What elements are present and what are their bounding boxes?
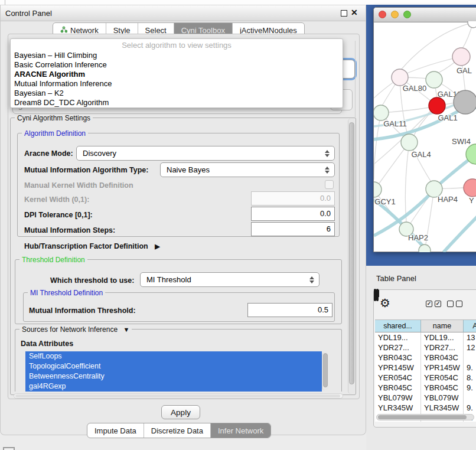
float-window-icon[interactable] (341, 10, 347, 17)
node-partial-bottom[interactable] (419, 244, 431, 252)
table-cell[interactable]: 13 (464, 332, 476, 343)
node-gal1[interactable] (429, 97, 445, 114)
apply-button[interactable]: Apply (161, 405, 200, 419)
algorithm-option-basic-correlation-inference[interactable]: Basic Correlation Inference (14, 60, 107, 70)
column-header-name[interactable]: name (421, 320, 464, 332)
dpi-tolerance-field[interactable]: 0.0 (251, 207, 335, 221)
expanded-triangle-icon[interactable]: ▼ (123, 326, 129, 333)
which-threshold-select[interactable]: MI Threshold (140, 272, 319, 287)
table-horizontal-scrollbar-thumb[interactable] (378, 415, 467, 419)
table-horizontal-scrollbar[interactable] (376, 414, 474, 420)
table-cell[interactable] (464, 353, 476, 363)
table-cell[interactable]: YDL19... (375, 332, 421, 343)
table-cell[interactable]: 9. (464, 403, 476, 413)
algorithm-option-mutual-information-inference[interactable]: Mutual Information Inference (14, 79, 112, 89)
node-swi4-label: SWI4 (452, 137, 471, 146)
aracne-mode-select[interactable]: Discovery (76, 146, 335, 161)
collapsed-triangle-icon[interactable]: ▶ (155, 243, 159, 250)
settings-scrollbar-thumb[interactable] (349, 122, 354, 384)
select-all-icon[interactable]: ✓ (435, 301, 441, 307)
table-cell[interactable]: YER054C (375, 373, 421, 383)
attribute-item-betweennesscentrality[interactable]: BetweennessCentrality (25, 371, 322, 381)
column-header-shared[interactable]: shared... (375, 320, 421, 332)
node-gal11[interactable] (374, 105, 389, 120)
table-cell[interactable]: YDL19... (421, 332, 464, 343)
kernel-width-field[interactable]: 0.0 (251, 191, 335, 206)
node-gal4-label: GAL4 (411, 150, 431, 159)
attribute-item-topologicalcoefficient[interactable]: TopologicalCoefficient (25, 361, 322, 371)
manual-kernel-checkbox[interactable] (325, 180, 334, 189)
node-y-right-label: Y (469, 196, 474, 205)
node-gal10[interactable] (426, 71, 442, 88)
table-cell[interactable]: YLR345W (421, 403, 464, 413)
table-cell[interactable] (464, 393, 476, 403)
network-edge[interactable] (405, 142, 409, 222)
node-gal4[interactable] (401, 134, 418, 151)
sources-title-text: Sources for Network Inference (22, 325, 118, 334)
hub-definition-label[interactable]: Hub/Transcription Factor Definition ▶ (24, 242, 160, 250)
table-cell[interactable]: YBR043C (375, 353, 421, 363)
node-gal80[interactable] (392, 69, 408, 86)
application-screen: Control Panel ✕ NetworkStyleSelectCyni T… (0, 0, 476, 450)
attributes-scrollbar[interactable] (322, 353, 328, 390)
table-cell[interactable]: 8. (464, 373, 476, 383)
node-partial-top[interactable] (468, 21, 476, 28)
zoom-traffic-light[interactable] (403, 11, 411, 18)
table-cell[interactable]: 9. (464, 383, 476, 393)
table-cell[interactable]: YDR27... (375, 343, 421, 353)
deselect-all-icon[interactable] (447, 301, 454, 307)
table-cell[interactable]: YBR045C (421, 383, 464, 393)
table-cell[interactable]: YPR145W (421, 363, 464, 373)
close-icon[interactable]: ✕ (351, 8, 358, 17)
table-cell[interactable]: 9. (464, 363, 476, 373)
node-attribute-table[interactable]: shared...nameAYDL19...YDL19...13YDR27...… (375, 319, 476, 422)
table-cell[interactable]: 12 (464, 343, 476, 353)
table-cell[interactable]: YBL079W (421, 393, 464, 403)
table-cell[interactable]: YBR045C (375, 383, 421, 393)
kernel-width-label: Kernel Width (0,1): (24, 195, 89, 204)
spinner-arrows-icon (325, 149, 330, 158)
close-traffic-light[interactable] (379, 11, 386, 18)
algorithm-option-aracne-algorithm[interactable]: ARACNE Algorithm (14, 70, 85, 79)
spinner-arrows-icon (325, 166, 330, 174)
settings-scrollbar[interactable] (348, 119, 355, 394)
minimize-traffic-light[interactable] (391, 11, 399, 18)
algorithm-option-bayesian-k2[interactable]: Bayesian – K2 (14, 89, 64, 98)
mi-threshold-field[interactable]: 0.5 (247, 303, 332, 317)
table-cell[interactable]: YLR345W (375, 403, 421, 413)
node-gcy1[interactable] (374, 182, 382, 197)
table-cell[interactable]: YBR043C (421, 353, 464, 363)
network-window-titlebar[interactable] (374, 8, 476, 22)
tab-discretize-data[interactable]: Discretize Data (144, 423, 210, 438)
network-edge[interactable] (374, 113, 381, 180)
table-cell[interactable]: YER054C (421, 373, 464, 383)
settings-horizontal-scrollbar-thumb[interactable] (15, 394, 340, 397)
attribute-item-gal4rgexp[interactable]: gal4RGexp (25, 381, 322, 392)
tab-infer-network[interactable]: Infer Network (210, 423, 270, 438)
mi-type-select[interactable]: Naive Bayes (160, 162, 335, 177)
deselect-all-icon[interactable] (456, 301, 462, 307)
node-gal-right[interactable] (452, 48, 470, 66)
attributes-scrollbar-thumb[interactable] (323, 353, 328, 387)
table-cell[interactable]: YPR145W (375, 363, 421, 373)
table-cell[interactable]: YBL079W (375, 393, 421, 403)
algorithm-option-dream8-dc-tdc-algorithm[interactable]: Dream8 DC_TDC Algorithm (14, 98, 109, 107)
minimized-panel-icon[interactable] (3, 447, 15, 450)
gear-icon[interactable]: ⚙ (380, 296, 390, 310)
table-cell[interactable]: YDR27... (421, 343, 464, 353)
node-y-right[interactable] (464, 179, 476, 197)
algorithm-option-bayesian-hill-climbing[interactable]: Bayesian – Hill Climbing (14, 51, 97, 60)
sources-title[interactable]: Sources for Network Inference ▼ (19, 325, 132, 334)
data-attributes-list[interactable]: SelfLoopsTopologicalCoefficientBetweenne… (25, 351, 322, 392)
network-edge[interactable] (374, 83, 393, 98)
mi-steps-field[interactable]: 6 (251, 222, 335, 236)
select-all-icon[interactable]: ✓ (426, 301, 432, 307)
network-edge[interactable] (444, 216, 476, 252)
settings-horizontal-scrollbar[interactable] (14, 393, 343, 399)
node-gray[interactable] (454, 90, 476, 114)
tab-impute-data[interactable]: Impute Data (87, 423, 144, 438)
network-canvas[interactable]: GALGAL80GAL10GAL1GAL11GAL4SWI4YHAP4GCY1H… (374, 21, 476, 252)
attribute-item-selfloops[interactable]: SelfLoops (25, 351, 322, 361)
aracne-mode-value: Discovery (83, 149, 116, 158)
column-header-a[interactable]: A (464, 320, 476, 332)
